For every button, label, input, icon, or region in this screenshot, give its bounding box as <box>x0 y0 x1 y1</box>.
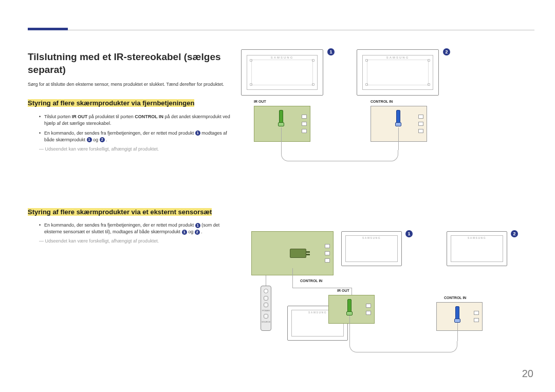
number-badge-2-icon: 2 <box>195 230 200 235</box>
stereo-cable <box>281 150 398 161</box>
list-item: En kommando, der sendes fra fjernbetjeni… <box>39 222 231 235</box>
section-2-heading-wrap: Styring af flere skærmprodukter via et e… <box>28 207 231 217</box>
remote-control: POWER SOURCE <box>261 286 271 331</box>
display-product-1: SAMSUNG <box>341 231 402 266</box>
number-badge-1-icon: 1 <box>327 48 335 55</box>
intro-paragraph: Sørg for at tilslutte den eksterne senso… <box>28 81 231 88</box>
section-2-heading: Styring af flere skærmprodukter via et e… <box>28 208 212 216</box>
list-item: Tilslut porten IR OUT på produktet til p… <box>39 114 231 127</box>
number-badge-1-icon: 1 <box>405 230 413 237</box>
section-1-heading: Styring af flere skærmprodukter via fjer… <box>28 99 194 107</box>
accent-bar <box>28 28 68 30</box>
number-badge-2-icon: 2 <box>443 48 450 55</box>
page-content: Tilslutning med et IR-stereokabel (sælge… <box>28 30 534 392</box>
sensor-plug-icon <box>290 249 306 258</box>
section-1-note: Udseendet kan være forskelligt, afhængig… <box>39 146 231 152</box>
brand-label: SAMSUNG <box>447 236 507 239</box>
brand-label: SAMSUNG <box>357 56 438 59</box>
section-1-bullets: Tilslut porten IR OUT på produktet til p… <box>39 114 231 143</box>
section-2-note: Udseendet kan være forskelligt, afhængig… <box>39 238 231 244</box>
number-badge-1-icon: 1 <box>195 223 200 228</box>
display-product-2: SAMSUNG <box>357 49 439 96</box>
number-badge-1-icon: 1 <box>195 130 200 136</box>
ir-out-label: IR OUT <box>254 100 266 103</box>
brand-label: SAMSUNG <box>342 236 401 239</box>
display-product-1: SAMSUNG <box>241 49 323 96</box>
list-item: En kommando, der sendes fra fjernbetjeni… <box>39 130 231 143</box>
control-in-label: CONTROL IN <box>444 296 466 300</box>
brand-label: SAMSUNG <box>242 56 323 59</box>
top-rule <box>28 30 534 30</box>
diagram-remote-control: SAMSUNG 1 SAMSUNG 2 IR OUT CONTROL IN <box>241 49 539 162</box>
page-title: Tilslutning med et IR-stereokabel (sælge… <box>28 51 231 76</box>
number-badge-1-icon: 1 <box>87 137 92 142</box>
section-2-bullets: En kommando, der sendes fra fjernbetjeni… <box>39 222 231 235</box>
control-in-label: CONTROL IN <box>371 100 393 103</box>
section-1-heading-wrap: Styring af flere skærmprodukter via fjer… <box>28 98 231 108</box>
display-product-2: SAMSUNG <box>447 231 507 266</box>
page-number: 20 <box>522 368 533 380</box>
number-badge-2-icon: 2 <box>511 230 518 237</box>
number-badge-1-icon: 1 <box>182 230 187 235</box>
text-column: Tilslutning med et IR-stereokabel (sælge… <box>28 51 231 244</box>
number-badge-2-icon: 2 <box>100 137 105 142</box>
stereo-cable <box>349 341 457 352</box>
diagram-external-sensor: POWER SOURCE CONTROL IN SAMSUNG 1 SAMSUN… <box>241 231 549 360</box>
ir-out-label: IR OUT <box>337 289 349 292</box>
control-in-label: CONTROL IN <box>300 279 322 283</box>
